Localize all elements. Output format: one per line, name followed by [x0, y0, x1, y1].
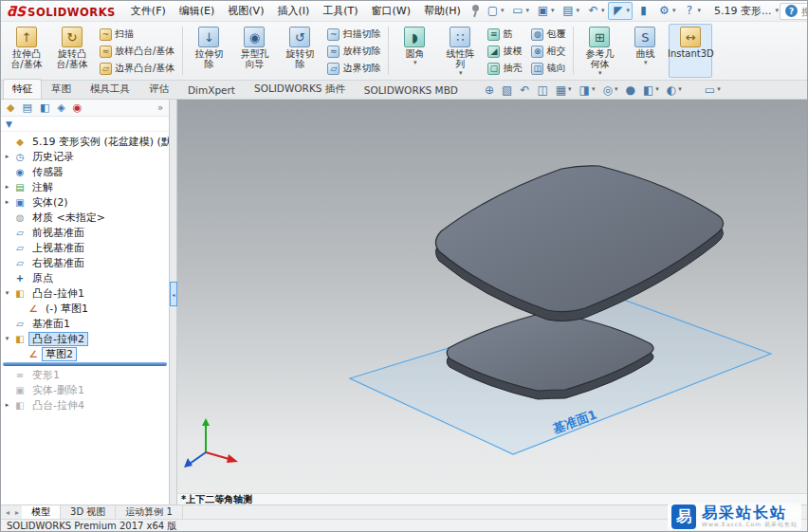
menu-item-2[interactable]: 视图(V) — [221, 1, 270, 21]
tree-root-item[interactable]: ◆ 5.19 变形实例 (花盆建模) (默认<<默 — [1, 134, 169, 149]
viewport[interactable]: 基准面1 *上下二等角轴测 — [177, 100, 807, 504]
display-style-button[interactable]: ◨▾ — [576, 83, 599, 98]
instant3d-button[interactable]: ↔Instant3D — [669, 24, 712, 78]
panel-tab-propertymanager[interactable]: ▤ — [22, 101, 31, 114]
doc-tab-0[interactable]: 模型 — [22, 505, 61, 519]
curves-button[interactable]: S曲线▾ — [623, 24, 667, 78]
search-input[interactable] — [801, 6, 808, 17]
view-settings-button[interactable]: ◐▾ — [663, 83, 686, 98]
expand-arrow-icon[interactable]: ▸ — [3, 401, 11, 409]
scroll-right-icon[interactable]: ▸ — [12, 508, 22, 517]
undo-button[interactable]: ↶▾ — [583, 2, 608, 20]
linear-pattern-button[interactable]: ∷线性阵 列▾ — [438, 24, 482, 78]
3d-scene[interactable]: 基准面1 — [177, 100, 808, 493]
top-plate[interactable] — [435, 166, 723, 321]
panel-tab-dimxpertmanager[interactable]: ◈ — [57, 101, 64, 114]
tree-item-14[interactable]: ≈变形1 — [1, 367, 169, 382]
shell-button[interactable]: ▢抽壳 — [484, 60, 525, 77]
boundary-cut-button[interactable]: ▱边界切除 — [323, 60, 384, 77]
tree-item-4[interactable]: ◍材质 <未指定> — [1, 210, 169, 225]
panel-tab-configurationmanager[interactable]: ◧ — [40, 101, 49, 114]
display-monitor-button[interactable]: ▭▾ — [701, 83, 725, 98]
tree-item-10[interactable]: ∠(-) 草图1 — [1, 301, 169, 316]
tree-item-16[interactable]: ▸◧凸台-拉伸4 — [1, 397, 169, 413]
help-button[interactable]: ?▾ — [680, 2, 705, 20]
print-button[interactable]: ▤▾ — [558, 2, 582, 20]
lofted-cut-button[interactable]: ≈放样切除 — [323, 43, 384, 60]
tree-item-1[interactable]: ◉传感器 — [1, 164, 169, 179]
zoom-fit-button[interactable]: ⊕ — [481, 83, 498, 98]
save-button[interactable]: ▣▾ — [533, 2, 558, 20]
panel-splitter[interactable]: ◂ — [170, 100, 177, 504]
view-orientation-button[interactable]: ▦▾ — [552, 83, 576, 98]
zoom-area-button[interactable]: ▧ — [498, 83, 516, 98]
revolved-boss-button[interactable]: ↻旋转凸 台/基体 — [50, 24, 94, 78]
hide-show-items-button[interactable]: ◎▾ — [598, 83, 621, 98]
doc-tab-2[interactable]: 运动算例 1 — [116, 505, 183, 519]
extruded-boss-button[interactable]: ↑拉伸凸 台/基体 — [5, 24, 48, 78]
tree-item-0[interactable]: ▸◷历史记录 — [1, 149, 169, 164]
menu-item-5[interactable]: 窗口(W) — [365, 1, 417, 21]
boundary-boss-button[interactable]: ▱边界凸台/基体 — [96, 60, 178, 77]
revolved-cut-button[interactable]: ↺旋转切 除 — [278, 24, 321, 78]
tab-1[interactable]: 草图 — [42, 79, 81, 99]
expand-arrow-icon[interactable]: ▸ — [3, 153, 11, 160]
scroll-left-icon[interactable]: ◂ — [3, 508, 12, 517]
tab-3[interactable]: 评估 — [139, 79, 178, 99]
tree-item-11[interactable]: ▱基准面1 — [1, 316, 169, 331]
document-switcher[interactable]: 5.19 变形... ▾ — [714, 4, 779, 18]
apply-scene-button[interactable]: ◧▾ — [639, 83, 663, 98]
tab-6[interactable]: SOLIDWORKS MBD — [355, 81, 468, 99]
hole-wizard-button[interactable]: ◉异型孔 向导 — [232, 24, 276, 78]
tab-5[interactable]: SOLIDWORKS 插件 — [245, 79, 355, 99]
tree-item-6[interactable]: ▱上视基准面 — [1, 240, 169, 255]
panel-tab-featuremanager[interactable]: ◆ — [7, 101, 14, 114]
collapse-panel-icon[interactable]: ◂ — [170, 282, 177, 306]
tab-4[interactable]: DimXpert — [178, 81, 245, 99]
select-button[interactable]: ◤▾ — [608, 2, 633, 20]
filter-icon[interactable]: ▼ — [6, 119, 12, 129]
panel-flyout-icon[interactable]: » — [157, 102, 163, 113]
extruded-cut-button[interactable]: ↓拉伸切 除 — [187, 24, 230, 78]
tree-item-5[interactable]: ▱前视基准面 — [1, 225, 169, 240]
edit-appearance-button[interactable]: ● — [621, 83, 638, 98]
menu-item-6[interactable]: 帮助(H) — [417, 1, 468, 21]
rib-button[interactable]: ≡筋 — [484, 26, 525, 43]
tree-item-8[interactable]: +原点 — [1, 270, 169, 285]
rollback-bar[interactable] — [3, 362, 167, 366]
lofted-boss-button[interactable]: ≈放样凸台/基体 — [96, 43, 178, 60]
menu-item-0[interactable]: 文件(F) — [124, 1, 173, 21]
section-view-button[interactable]: ◫ — [533, 83, 551, 98]
expand-arrow-icon[interactable]: ▾ — [3, 289, 11, 297]
draft-button[interactable]: ◢拔模 — [484, 43, 525, 60]
expand-arrow-icon[interactable]: ▸ — [3, 183, 11, 191]
tree-item-9[interactable]: ▾◧凸台-拉伸1 — [1, 285, 169, 301]
tree-item-7[interactable]: ▱右视基准面 — [1, 255, 169, 270]
graphics-area[interactable]: 基准面1 — [177, 100, 807, 493]
menu-item-3[interactable]: 插入(I) — [270, 1, 316, 21]
tree-item-12[interactable]: ▾◧凸台-拉伸2 — [1, 331, 169, 346]
swept-boss-button[interactable]: ~扫描 — [96, 26, 178, 43]
tree-item-15[interactable]: ▣实体-删除1 — [1, 382, 169, 397]
mirror-button[interactable]: ◫镜向 — [527, 60, 569, 77]
previous-view-button[interactable]: ↶ — [516, 83, 533, 98]
menu-item-4[interactable]: 工具(T) — [316, 1, 364, 21]
rebuild-button[interactable]: ▮ — [634, 2, 653, 20]
tab-0[interactable]: 特征 — [3, 79, 42, 99]
doc-tab-1[interactable]: 3D 视图 — [61, 505, 116, 519]
wrap-button[interactable]: ◍包覆 — [527, 26, 569, 43]
tree-item-13[interactable]: ∠草图2 — [1, 346, 169, 361]
new-document-button[interactable]: ▢▾ — [483, 2, 507, 20]
help-icon[interactable]: ? — [785, 5, 798, 17]
open-document-button[interactable]: ▭▾ — [507, 2, 532, 20]
tree-item-3[interactable]: ▸▣实体(2) — [1, 194, 169, 210]
menu-item-1[interactable]: 编辑(E) — [173, 1, 222, 21]
options-button[interactable]: ⚙▾ — [654, 2, 679, 20]
expand-arrow-icon[interactable]: ▾ — [3, 335, 11, 342]
tab-2[interactable]: 模具工具 — [81, 79, 139, 99]
intersect-button[interactable]: ⊗相交 — [527, 43, 569, 60]
expand-arrow-icon[interactable]: ▸ — [3, 198, 11, 206]
swept-cut-button[interactable]: ~扫描切除 — [323, 26, 384, 43]
fillet-button[interactable]: ◗圆角▾ — [393, 24, 436, 78]
tree-item-2[interactable]: ▸▤注解 — [1, 179, 169, 194]
